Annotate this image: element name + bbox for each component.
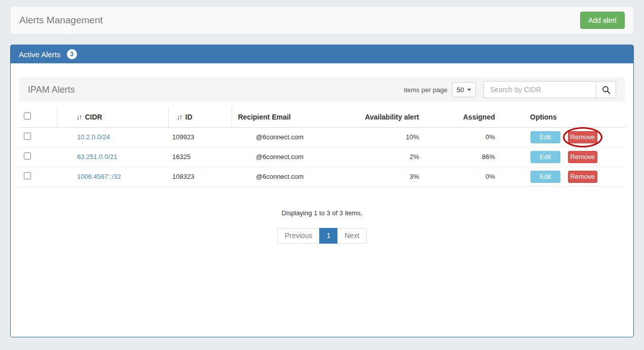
column-header-assigned: Assigned xyxy=(439,107,515,127)
row-checkbox[interactable] xyxy=(24,172,31,179)
items-per-page-label: items per page xyxy=(404,86,447,94)
table-row: 63.251.0.0/21 16325 @6connect.com 2% 86%… xyxy=(19,147,625,167)
panel-body: IPAM Alerts items per page 50 xyxy=(11,63,633,337)
edit-button[interactable]: Edit xyxy=(531,131,560,143)
pagination-next[interactable]: Next xyxy=(337,228,367,244)
add-alert-button[interactable]: Add alert xyxy=(580,12,625,29)
alert-id: 108323 xyxy=(168,167,232,186)
column-header-email: Recipient Email xyxy=(232,107,356,127)
cidr-link[interactable]: 10.2.0.0/24 xyxy=(77,133,110,141)
active-alerts-panel: Active Alerts 3 IPAM Alerts items per pa… xyxy=(10,45,634,337)
edit-button[interactable]: Edit xyxy=(531,171,560,183)
assigned-value: 0% xyxy=(439,127,515,147)
recipient-email: @6connect.com xyxy=(232,147,356,167)
edit-button[interactable]: Edit xyxy=(531,151,560,163)
select-all-checkbox[interactable] xyxy=(24,112,31,120)
pagination-previous[interactable]: Previous xyxy=(277,228,319,244)
table-subtitle: IPAM Alerts xyxy=(28,85,75,95)
availability-value: 10% xyxy=(356,127,439,147)
alert-count-badge: 3 xyxy=(67,49,77,59)
recipient-email: @6connect.com xyxy=(232,167,356,186)
pagination: Previous 1 Next xyxy=(19,228,625,244)
pagination-page-1[interactable]: 1 xyxy=(319,228,337,244)
column-header-options: Options xyxy=(515,107,625,127)
items-per-page-select[interactable]: 50 xyxy=(452,82,476,97)
search-button[interactable] xyxy=(596,81,616,98)
alerts-table: ↓↑CIDR ↓↑ID Recipient Email Availability… xyxy=(19,107,625,187)
cidr-link[interactable]: 1006:4567::/32 xyxy=(77,173,121,180)
cidr-link[interactable]: 63.251.0.0/21 xyxy=(77,153,118,161)
panel-title: Active Alerts xyxy=(19,50,61,59)
search-group xyxy=(483,81,616,98)
toolbar-controls: items per page 50 xyxy=(404,81,616,98)
page-header: Alerts Management Add alert xyxy=(10,6,634,34)
sort-icon[interactable]: ↓↑ xyxy=(77,113,82,121)
chevron-down-icon xyxy=(467,89,471,91)
remove-button[interactable]: Remove xyxy=(568,171,597,183)
items-per-page-value: 50 xyxy=(457,86,464,94)
panel-heading: Active Alerts 3 xyxy=(11,45,633,63)
availability-value: 3% xyxy=(356,167,439,186)
search-icon xyxy=(602,86,611,94)
row-checkbox[interactable] xyxy=(24,133,31,140)
table-toolbar: IPAM Alerts items per page 50 xyxy=(19,77,625,102)
assigned-value: 0% xyxy=(439,167,515,186)
recipient-email: @6connect.com xyxy=(232,127,356,147)
availability-value: 2% xyxy=(356,147,439,167)
row-checkbox[interactable] xyxy=(24,152,31,160)
alert-id: 16325 xyxy=(168,147,232,167)
table-header-row: ↓↑CIDR ↓↑ID Recipient Email Availability… xyxy=(19,107,625,127)
search-input[interactable] xyxy=(483,81,596,98)
table-row: 1006:4567::/32 108323 @6connect.com 3% 0… xyxy=(19,167,625,186)
column-header-availability: Availability alert xyxy=(356,107,439,127)
sort-icon[interactable]: ↓↑ xyxy=(177,113,182,121)
table-row: 10.2.0.0/24 109923 @6connect.com 10% 0% … xyxy=(19,127,625,147)
page-title: Alerts Management xyxy=(19,15,103,26)
remove-button[interactable]: Remove xyxy=(568,151,597,163)
column-header-id[interactable]: ↓↑ID xyxy=(168,107,232,127)
column-header-cidr[interactable]: ↓↑CIDR xyxy=(57,107,168,127)
assigned-value: 86% xyxy=(439,147,515,167)
remove-button[interactable]: Remove xyxy=(568,131,597,143)
alert-id: 109923 xyxy=(168,127,232,147)
displaying-status: Displaying 1 to 3 of 3 items. xyxy=(19,209,625,217)
